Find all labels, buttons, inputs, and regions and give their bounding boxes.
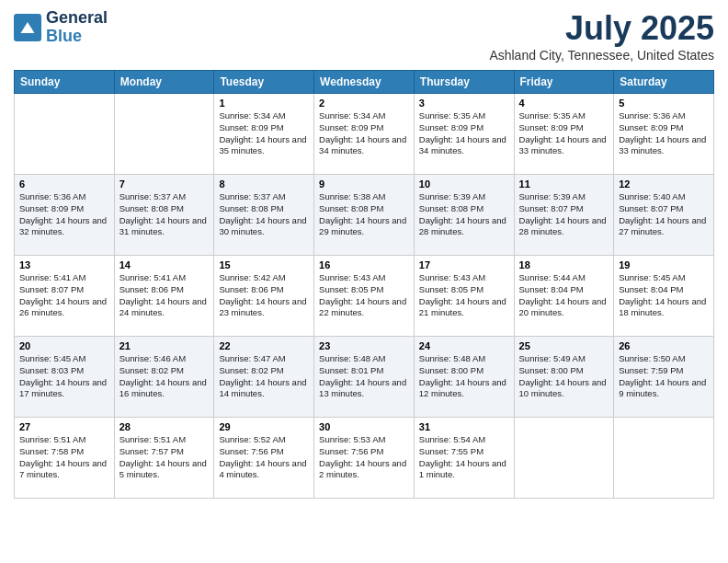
- day-info: Sunrise: 5:44 AMSunset: 8:04 PMDaylight:…: [519, 272, 609, 319]
- day-cell: 16Sunrise: 5:43 AMSunset: 8:05 PMDayligh…: [314, 256, 415, 337]
- day-number: 25: [519, 340, 609, 351]
- day-cell: 7Sunrise: 5:37 AMSunset: 8:08 PMDaylight…: [114, 175, 214, 256]
- day-info: Sunrise: 5:40 AMSunset: 8:07 PMDaylight:…: [619, 191, 709, 238]
- header-row: SundayMondayTuesdayWednesdayThursdayFrid…: [15, 71, 714, 94]
- calendar-header: SundayMondayTuesdayWednesdayThursdayFrid…: [15, 71, 714, 94]
- header-cell-tuesday: Tuesday: [214, 71, 314, 94]
- logo-text: GeneralBlue: [46, 9, 108, 46]
- day-number: 28: [119, 421, 210, 432]
- day-number: 6: [19, 178, 109, 190]
- day-number: 18: [519, 259, 609, 270]
- day-info: Sunrise: 5:41 AMSunset: 8:06 PMDaylight:…: [119, 272, 210, 319]
- day-info: Sunrise: 5:41 AMSunset: 8:07 PMDaylight:…: [19, 272, 109, 319]
- logo: GeneralBlue: [14, 9, 108, 46]
- week-row-4: 20Sunrise: 5:45 AMSunset: 8:03 PMDayligh…: [15, 337, 714, 418]
- day-number: 4: [519, 98, 609, 109]
- day-info: Sunrise: 5:51 AMSunset: 7:57 PMDaylight:…: [119, 434, 210, 481]
- day-cell: 15Sunrise: 5:42 AMSunset: 8:06 PMDayligh…: [214, 256, 314, 337]
- day-info: Sunrise: 5:42 AMSunset: 8:06 PMDaylight:…: [219, 272, 309, 319]
- day-cell: 8Sunrise: 5:37 AMSunset: 8:08 PMDaylight…: [214, 175, 314, 256]
- day-number: 30: [319, 421, 409, 432]
- day-number: 12: [619, 178, 709, 190]
- day-number: 19: [619, 259, 709, 270]
- day-number: 21: [119, 340, 210, 351]
- day-info: Sunrise: 5:37 AMSunset: 8:08 PMDaylight:…: [219, 191, 309, 238]
- week-row-2: 6Sunrise: 5:36 AMSunset: 8:09 PMDaylight…: [15, 175, 714, 256]
- month-title: July 2025: [489, 9, 714, 48]
- day-cell: 11Sunrise: 5:39 AMSunset: 8:07 PMDayligh…: [514, 175, 614, 256]
- day-info: Sunrise: 5:45 AMSunset: 8:04 PMDaylight:…: [619, 272, 709, 319]
- day-cell: 28Sunrise: 5:51 AMSunset: 7:57 PMDayligh…: [114, 418, 214, 499]
- day-cell: 9Sunrise: 5:38 AMSunset: 8:08 PMDaylight…: [314, 175, 415, 256]
- page-header: GeneralBlue July 2025 Ashland City, Tenn…: [14, 9, 714, 63]
- day-cell: 13Sunrise: 5:41 AMSunset: 8:07 PMDayligh…: [15, 256, 115, 337]
- header-cell-thursday: Thursday: [414, 71, 514, 94]
- calendar-table: SundayMondayTuesdayWednesdayThursdayFrid…: [14, 70, 714, 499]
- day-cell: [15, 94, 115, 175]
- day-cell: 4Sunrise: 5:35 AMSunset: 8:09 PMDaylight…: [514, 94, 614, 175]
- day-cell: 2Sunrise: 5:34 AMSunset: 8:09 PMDaylight…: [314, 94, 415, 175]
- day-number: 29: [219, 421, 309, 432]
- day-number: 9: [319, 178, 409, 190]
- day-number: 1: [219, 98, 309, 109]
- day-number: 17: [419, 259, 509, 270]
- day-info: Sunrise: 5:36 AMSunset: 8:09 PMDaylight:…: [19, 191, 109, 238]
- week-row-3: 13Sunrise: 5:41 AMSunset: 8:07 PMDayligh…: [15, 256, 714, 337]
- day-number: 14: [119, 259, 210, 270]
- day-info: Sunrise: 5:43 AMSunset: 8:05 PMDaylight:…: [319, 272, 409, 319]
- day-cell: 12Sunrise: 5:40 AMSunset: 8:07 PMDayligh…: [614, 175, 714, 256]
- day-info: Sunrise: 5:52 AMSunset: 7:56 PMDaylight:…: [219, 434, 309, 481]
- day-cell: 19Sunrise: 5:45 AMSunset: 8:04 PMDayligh…: [614, 256, 714, 337]
- header-cell-sunday: Sunday: [15, 71, 115, 94]
- day-number: 20: [19, 340, 109, 351]
- day-cell: 5Sunrise: 5:36 AMSunset: 8:09 PMDaylight…: [614, 94, 714, 175]
- day-cell: 23Sunrise: 5:48 AMSunset: 8:01 PMDayligh…: [314, 337, 415, 418]
- day-number: 7: [119, 178, 210, 190]
- day-cell: 6Sunrise: 5:36 AMSunset: 8:09 PMDaylight…: [15, 175, 115, 256]
- day-number: 22: [219, 340, 309, 351]
- header-cell-wednesday: Wednesday: [314, 71, 415, 94]
- week-row-1: 1Sunrise: 5:34 AMSunset: 8:09 PMDaylight…: [15, 94, 714, 175]
- day-cell: 18Sunrise: 5:44 AMSunset: 8:04 PMDayligh…: [514, 256, 614, 337]
- day-cell: 21Sunrise: 5:46 AMSunset: 8:02 PMDayligh…: [114, 337, 214, 418]
- day-info: Sunrise: 5:47 AMSunset: 8:02 PMDaylight:…: [219, 353, 309, 400]
- day-info: Sunrise: 5:35 AMSunset: 8:09 PMDaylight:…: [519, 110, 609, 157]
- day-info: Sunrise: 5:37 AMSunset: 8:08 PMDaylight:…: [119, 191, 210, 238]
- day-info: Sunrise: 5:46 AMSunset: 8:02 PMDaylight:…: [119, 353, 210, 400]
- day-number: 15: [219, 259, 309, 270]
- day-number: 2: [319, 98, 409, 109]
- day-cell: 30Sunrise: 5:53 AMSunset: 7:56 PMDayligh…: [314, 418, 415, 499]
- day-info: Sunrise: 5:50 AMSunset: 7:59 PMDaylight:…: [619, 353, 709, 400]
- day-info: Sunrise: 5:38 AMSunset: 8:08 PMDaylight:…: [319, 191, 409, 238]
- header-cell-saturday: Saturday: [614, 71, 714, 94]
- calendar-body: 1Sunrise: 5:34 AMSunset: 8:09 PMDaylight…: [15, 94, 714, 499]
- day-number: 23: [319, 340, 409, 351]
- day-cell: 3Sunrise: 5:35 AMSunset: 8:09 PMDaylight…: [414, 94, 514, 175]
- day-info: Sunrise: 5:36 AMSunset: 8:09 PMDaylight:…: [619, 110, 709, 157]
- day-number: 27: [19, 421, 109, 432]
- week-row-5: 27Sunrise: 5:51 AMSunset: 7:58 PMDayligh…: [15, 418, 714, 499]
- day-info: Sunrise: 5:35 AMSunset: 8:09 PMDaylight:…: [419, 110, 509, 157]
- day-info: Sunrise: 5:45 AMSunset: 8:03 PMDaylight:…: [19, 353, 109, 400]
- day-number: 3: [419, 98, 509, 109]
- title-block: July 2025 Ashland City, Tennessee, Unite…: [489, 9, 714, 63]
- day-info: Sunrise: 5:49 AMSunset: 8:00 PMDaylight:…: [519, 353, 609, 400]
- day-cell: [114, 94, 214, 175]
- day-cell: 17Sunrise: 5:43 AMSunset: 8:05 PMDayligh…: [414, 256, 514, 337]
- day-cell: 24Sunrise: 5:48 AMSunset: 8:00 PMDayligh…: [414, 337, 514, 418]
- day-cell: [614, 418, 714, 499]
- day-cell: 27Sunrise: 5:51 AMSunset: 7:58 PMDayligh…: [15, 418, 115, 499]
- day-info: Sunrise: 5:39 AMSunset: 8:08 PMDaylight:…: [419, 191, 509, 238]
- day-info: Sunrise: 5:54 AMSunset: 7:55 PMDaylight:…: [419, 434, 509, 481]
- logo-icon: [14, 14, 41, 41]
- day-number: 11: [519, 178, 609, 190]
- day-number: 10: [419, 178, 509, 190]
- day-info: Sunrise: 5:51 AMSunset: 7:58 PMDaylight:…: [19, 434, 109, 481]
- day-number: 31: [419, 421, 509, 432]
- day-info: Sunrise: 5:48 AMSunset: 8:00 PMDaylight:…: [419, 353, 509, 400]
- location: Ashland City, Tennessee, United States: [489, 48, 714, 63]
- day-info: Sunrise: 5:53 AMSunset: 7:56 PMDaylight:…: [319, 434, 409, 481]
- day-info: Sunrise: 5:48 AMSunset: 8:01 PMDaylight:…: [319, 353, 409, 400]
- day-cell: 22Sunrise: 5:47 AMSunset: 8:02 PMDayligh…: [214, 337, 314, 418]
- day-cell: 31Sunrise: 5:54 AMSunset: 7:55 PMDayligh…: [414, 418, 514, 499]
